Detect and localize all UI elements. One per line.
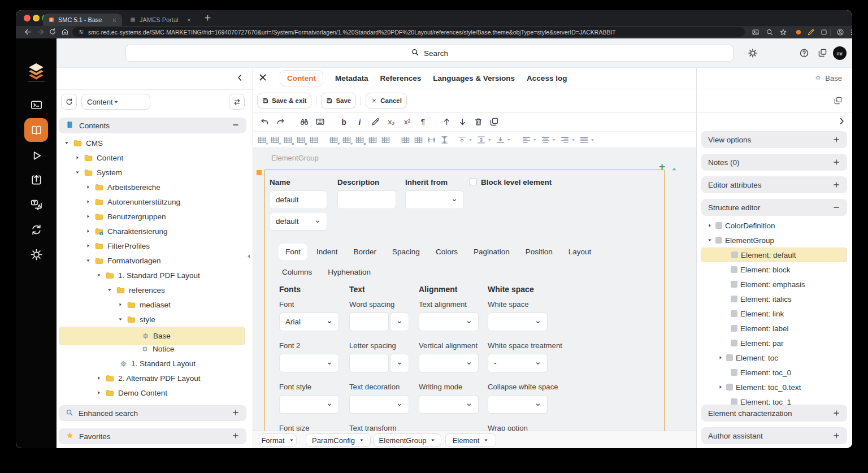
text-decoration-select[interactable] [349, 395, 409, 414]
structure-item[interactable]: Element: toc_0.text [701, 380, 847, 394]
save-button[interactable]: Save [321, 93, 356, 109]
collapse-minus-icon[interactable] [232, 121, 240, 131]
writing-mode-select[interactable] [419, 395, 479, 414]
back-button[interactable] [24, 28, 32, 38]
structure-item[interactable]: Element: toc_1 [701, 394, 847, 405]
rail-item-settings[interactable] [24, 242, 48, 266]
font-select[interactable]: Arial [279, 313, 339, 331]
structure-item[interactable]: ColorDefinition [701, 218, 847, 233]
subscript-icon[interactable]: x₂ [384, 115, 398, 129]
style-tab-hyphenation[interactable]: Hyphenation [320, 268, 379, 276]
tree-item[interactable]: FilterProfiles [59, 238, 245, 253]
rail-item-translation[interactable] [24, 193, 48, 216]
favorites-section[interactable]: Favorites [59, 428, 246, 444]
align-center-icon[interactable] [541, 135, 557, 145]
structure-item[interactable]: Element: link [701, 306, 847, 321]
split-cells-icon[interactable] [381, 135, 390, 145]
delete-row-icon[interactable]: × [355, 135, 364, 145]
style-tab-colors[interactable]: Colors [428, 248, 466, 256]
collapse-white-space-select[interactable] [488, 395, 548, 414]
tree-item[interactable]: 2. Alternativ PDF Layout [59, 371, 245, 385]
section-editor-attributes[interactable]: Editor attributes [701, 176, 847, 193]
swap-panel-button[interactable] [229, 94, 245, 110]
delete-icon[interactable] [471, 115, 485, 129]
merge-cells-icon[interactable] [368, 135, 377, 145]
contents-section-header[interactable]: Contents [59, 118, 246, 133]
align-left-icon[interactable] [522, 135, 537, 145]
font-2-select[interactable] [279, 354, 339, 372]
tree-item[interactable]: Benutzergruppen [59, 209, 245, 224]
name-variant-select[interactable]: default [270, 212, 327, 231]
name-input[interactable]: default [270, 190, 327, 209]
bold-icon[interactable]: b [337, 115, 351, 129]
section-notes-0-[interactable]: Notes (0) [701, 154, 847, 171]
avatar[interactable]: mr [833, 46, 847, 60]
enhanced-search-section[interactable]: Enhanced search [59, 405, 246, 421]
cancel-button[interactable]: Cancel [366, 93, 407, 109]
tree-item[interactable]: mediaset [59, 297, 245, 312]
images-icon[interactable] [752, 28, 760, 38]
open-windows-icon[interactable] [818, 48, 827, 60]
tree-item[interactable]: 1. Standard Layout [59, 356, 245, 371]
style-tab-spacing[interactable]: Spacing [384, 248, 428, 256]
section-view-options[interactable]: View options [701, 131, 847, 148]
tab-languages-versions[interactable]: Languages & Versions [433, 74, 515, 83]
redo-icon[interactable] [274, 115, 288, 129]
font-style-select[interactable] [279, 395, 339, 414]
structure-item[interactable]: Element: block [701, 262, 847, 277]
align-justify-icon[interactable] [579, 135, 595, 145]
save-exit-button[interactable]: Save & exit [257, 93, 311, 109]
tree-item[interactable]: Autorenunterstützung [59, 194, 245, 209]
superscript-icon[interactable]: x² [400, 115, 414, 129]
browser-tab[interactable]: JAMES Portal [124, 14, 197, 26]
style-tab-position[interactable]: Position [518, 248, 561, 256]
section-author-assistant[interactable]: Author assistant [701, 427, 847, 444]
structure-item[interactable]: Element: toc [701, 350, 847, 365]
settings-gear-icon[interactable] [748, 48, 758, 60]
section-element-characterization[interactable]: Element characterization [701, 405, 847, 422]
tab-metadata[interactable]: Metadata [335, 74, 368, 83]
find-icon[interactable] [297, 115, 311, 129]
tab-access-log[interactable]: Access log [527, 74, 567, 83]
style-tab-border[interactable]: Border [346, 248, 385, 256]
text-alignment-select[interactable] [419, 313, 479, 331]
highlighter-icon[interactable] [368, 115, 383, 129]
insert-column-right-icon[interactable]: + [270, 135, 280, 145]
browser-tab[interactable]: SMC 5.1 - Base [43, 14, 122, 26]
structure-item[interactable]: Element: label [701, 321, 847, 336]
letter-spacing-input[interactable] [349, 354, 389, 372]
table-height-icon[interactable] [440, 135, 449, 145]
white-space-treatment-select[interactable]: - [488, 354, 548, 372]
element-dropdown-button[interactable]: Element [445, 433, 496, 447]
format-dropdown-button[interactable]: Format [259, 433, 297, 447]
align-right-icon[interactable] [560, 135, 576, 145]
tab-content[interactable]: Content [280, 70, 323, 86]
style-tab-columns[interactable]: Columns [274, 268, 320, 276]
valign-middle-icon[interactable] [476, 135, 492, 145]
panel-resize-handle[interactable] [245, 252, 253, 262]
table-width-icon[interactable] [427, 135, 436, 145]
rail-item-publish[interactable] [24, 168, 48, 192]
section-structure-editor[interactable]: Structure editor [701, 199, 847, 216]
rail-item-content-book[interactable] [24, 118, 48, 142]
close-window-button[interactable] [24, 15, 31, 21]
tree-item[interactable]: Content [59, 150, 245, 165]
move-down-icon[interactable] [455, 115, 470, 129]
profile-icon[interactable] [836, 28, 844, 38]
style-tab-indent[interactable]: Indent [309, 248, 346, 256]
paramconfig-dropdown-button[interactable]: ParamConfig [306, 433, 371, 447]
word-spacing-unit-select[interactable] [390, 313, 409, 331]
tree-item[interactable]: references [59, 283, 245, 297]
close-editor-icon[interactable] [258, 72, 268, 85]
white-space-select[interactable] [488, 313, 548, 331]
style-tab-layout[interactable]: Layout [561, 248, 600, 256]
forward-button[interactable] [36, 28, 45, 38]
tree-item[interactable]: 1. Standard PDF Layout [59, 268, 245, 283]
tree-mode-select[interactable]: Content [81, 94, 150, 110]
new-tab-button[interactable] [203, 14, 212, 24]
menu-dots-icon[interactable] [848, 28, 852, 38]
valign-top-icon[interactable] [457, 135, 473, 145]
minimize-window-button[interactable] [33, 15, 40, 21]
table-grid-icon[interactable] [401, 135, 410, 145]
rail-item-preview-play[interactable] [24, 144, 48, 167]
